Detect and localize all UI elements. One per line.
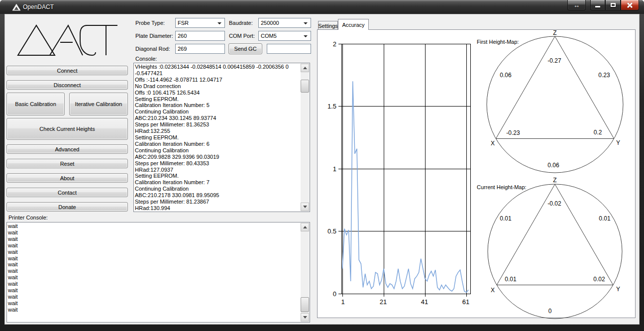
chevron-down-icon bbox=[217, 22, 221, 24]
close-icon bbox=[627, 2, 633, 8]
com-port-label: COM Port: bbox=[229, 33, 255, 39]
svg-text:0.01: 0.01 bbox=[500, 215, 512, 222]
console-scrollbar[interactable] bbox=[301, 64, 309, 211]
close-button[interactable] bbox=[621, 0, 639, 10]
svg-text:2: 2 bbox=[333, 40, 336, 48]
first-height-map: Z X Y -0.27 0.06 0.23 -0.23 0.2 0.06 bbox=[473, 30, 637, 179]
printer-console-scrollbar[interactable] bbox=[301, 223, 309, 322]
app-window: OpenDACT ↔ Connect Disconnect Basic Cali… bbox=[0, 0, 644, 331]
chevron-down-icon bbox=[304, 35, 308, 37]
svg-text:21: 21 bbox=[380, 298, 387, 306]
maximize-icon bbox=[611, 3, 616, 7]
scrollbar-thumb[interactable] bbox=[301, 80, 309, 93]
basic-calibration-button[interactable]: Basic Calibration bbox=[6, 93, 65, 115]
resize-window-button[interactable]: ↔ bbox=[567, 0, 586, 10]
svg-text:0.01: 0.01 bbox=[505, 276, 517, 283]
baudrate-label: Baudrate: bbox=[229, 20, 253, 26]
svg-text:-0.02: -0.02 bbox=[547, 200, 561, 207]
svg-text:0.5: 0.5 bbox=[327, 227, 336, 235]
svg-text:0: 0 bbox=[548, 308, 552, 315]
console-label: Console: bbox=[135, 56, 157, 62]
diagonal-rod-input[interactable]: 269 bbox=[175, 44, 225, 54]
svg-text:0.06: 0.06 bbox=[500, 72, 512, 79]
svg-text:0.23: 0.23 bbox=[598, 72, 610, 79]
resize-arrows-icon: ↔ bbox=[573, 1, 580, 9]
scroll-up-button[interactable] bbox=[301, 64, 309, 72]
svg-text:Y: Y bbox=[616, 139, 620, 146]
svg-text:Z: Z bbox=[553, 177, 556, 184]
minimize-icon bbox=[595, 6, 600, 7]
plate-diameter-input[interactable]: 260 bbox=[175, 31, 225, 41]
donate-button[interactable]: Donate bbox=[6, 202, 128, 212]
svg-text:61: 61 bbox=[462, 298, 469, 306]
scroll-down-button[interactable] bbox=[301, 203, 309, 211]
about-button[interactable]: About bbox=[6, 173, 128, 183]
scroll-down-button[interactable] bbox=[301, 313, 309, 322]
svg-text:0.01: 0.01 bbox=[599, 215, 611, 222]
console-text: VHeights :0.02361344 -0.02848514 0.00641… bbox=[135, 64, 300, 212]
svg-text:1.5: 1.5 bbox=[327, 103, 336, 110]
chevron-down-icon bbox=[304, 22, 308, 24]
plate-diameter-label: Plate Diameter: bbox=[135, 33, 173, 39]
window-title: OpenDACT bbox=[23, 3, 54, 10]
check-current-heights-button[interactable]: Check Current Heights bbox=[6, 118, 128, 140]
svg-text:0: 0 bbox=[333, 290, 336, 298]
svg-text:-0.27: -0.27 bbox=[547, 57, 561, 64]
reset-button[interactable]: Reset bbox=[6, 159, 128, 168]
maximize-button[interactable] bbox=[605, 0, 621, 10]
diagonal-rod-label: Diagonal Rod: bbox=[135, 46, 170, 52]
printer-console-output[interactable]: wait wait wait wait wait wait wait wait … bbox=[6, 222, 310, 323]
accuracy-series-line bbox=[342, 81, 468, 292]
gcode-input[interactable] bbox=[267, 44, 311, 54]
titlebar[interactable]: OpenDACT ↔ bbox=[0, 0, 644, 14]
probe-type-label: Probe Type: bbox=[135, 20, 165, 26]
arrow-down-icon bbox=[303, 206, 307, 208]
dact-logo bbox=[14, 18, 129, 63]
connect-button[interactable]: Connect bbox=[6, 66, 128, 75]
app-icon bbox=[12, 3, 21, 11]
svg-text:0.2: 0.2 bbox=[594, 129, 602, 136]
svg-text:-0.23: -0.23 bbox=[506, 129, 520, 136]
printer-console-text: wait wait wait wait wait wait wait wait … bbox=[8, 223, 300, 313]
disconnect-button[interactable]: Disconnect bbox=[6, 80, 128, 90]
svg-text:X: X bbox=[491, 140, 495, 147]
probe-type-select[interactable]: FSR bbox=[175, 18, 225, 28]
svg-text:0.02: 0.02 bbox=[593, 276, 605, 283]
svg-text:1: 1 bbox=[341, 298, 344, 306]
console-output[interactable]: VHeights :0.02361344 -0.02848514 0.00641… bbox=[133, 63, 310, 212]
tab-settings[interactable]: Settings bbox=[318, 21, 338, 30]
baudrate-select[interactable]: 250000 bbox=[258, 18, 311, 28]
svg-text:Z: Z bbox=[553, 30, 556, 36]
iterative-calibration-button[interactable]: Iterative Calibration bbox=[69, 93, 128, 115]
svg-text:1: 1 bbox=[333, 165, 336, 173]
svg-text:41: 41 bbox=[421, 298, 428, 306]
accuracy-chart: 2 1.5 1 0.5 0 1 21 41 61 bbox=[319, 35, 478, 314]
arrow-up-icon bbox=[303, 226, 307, 228]
send-gc-button[interactable]: Send GC bbox=[228, 43, 262, 54]
com-port-select[interactable]: COM5 bbox=[258, 31, 311, 41]
tab-accuracy[interactable]: Accuracy bbox=[338, 19, 369, 30]
printer-console-label: Printer Console: bbox=[8, 215, 48, 221]
arrow-down-icon bbox=[303, 316, 307, 319]
advanced-button[interactable]: Advanced bbox=[6, 144, 128, 154]
arrow-up-icon bbox=[303, 67, 307, 69]
current-height-map: Z X Y -0.02 0.01 0.01 0.01 0.02 0 bbox=[473, 175, 637, 325]
scroll-up-button[interactable] bbox=[301, 223, 309, 231]
svg-text:0.06: 0.06 bbox=[547, 162, 559, 169]
svg-text:Y: Y bbox=[616, 286, 620, 293]
minimize-button[interactable] bbox=[590, 0, 605, 10]
svg-text:X: X bbox=[491, 287, 495, 294]
contact-button[interactable]: Contact bbox=[6, 188, 128, 197]
scrollbar-thumb[interactable] bbox=[301, 297, 309, 312]
